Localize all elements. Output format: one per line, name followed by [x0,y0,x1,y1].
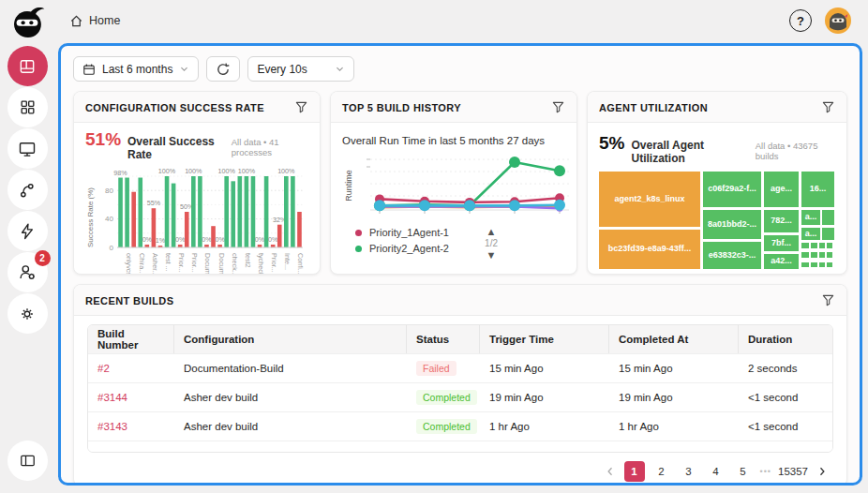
sidebar-item-user-management[interactable]: 2 [7,252,48,292]
table-row[interactable]: #3144 Asher dev build Completed 19 min A… [88,382,832,411]
treemap-tile[interactable]: a42... [764,254,799,269]
treemap-tile[interactable] [811,252,817,258]
pager-count: 1/2 [485,237,498,250]
agent-utilization-card: AGENT UTILIZATION 5% Overall Agent Utili… [587,91,847,275]
page-button[interactable]: 5 [733,461,754,482]
treemap-tile[interactable]: agent2_k8s_linux [599,172,700,227]
treemap-tile[interactable]: age... [764,172,799,207]
column-header[interactable]: Completed At [609,325,739,353]
user-avatar[interactable] [825,7,851,34]
svg-text:Prior...: Prior... [177,253,186,273]
question-mark-icon: ? [797,14,804,28]
svg-text:80: 80 [105,187,113,195]
refresh-interval-select[interactable]: Every 10s [247,56,354,82]
filter-funnel-icon[interactable] [294,100,308,114]
filter-funnel-icon[interactable] [551,100,565,114]
lightning-icon [18,222,37,241]
column-header[interactable]: Trigger Time [480,325,609,353]
treemap-tile[interactable]: 782... [764,210,799,232]
page-button[interactable]: 3 [679,461,699,482]
overall-agent-utilization-value: 5% [599,133,624,154]
sidebar-item-settings[interactable] [7,293,48,334]
column-header[interactable]: Status [407,325,480,353]
legend-item[interactable]: Priority_1Agent-1 [355,227,449,238]
svg-text:test ...: test ... [164,253,172,272]
sidebar-item-projects[interactable] [7,87,48,127]
dashboard-main-panel: Last 6 months Every 10s CONFIGURA [58,43,862,486]
column-header[interactable]: Configuration [174,325,407,353]
svg-text:Docum...: Docum... [203,253,212,275]
legend-label: Priority_1Agent-1 [369,227,449,238]
build-number-link[interactable]: #2 [97,363,110,374]
date-range-dropdown[interactable]: Last 6 months [73,56,199,82]
svg-text:40: 40 [105,215,113,223]
sidebar-item-agents[interactable] [7,128,48,169]
build-number-link[interactable]: #3144 [97,392,127,403]
top5-build-history-card: TOP 5 BUILD HISTORY Overall Run Time in … [330,91,577,275]
treemap-tile[interactable] [819,252,825,258]
treemap-tile[interactable] [801,252,809,258]
sidebar-collapse-button[interactable] [7,441,48,481]
breadcrumb[interactable]: Home [69,14,120,28]
topbar: Home ? [54,0,868,41]
treemap-tile[interactable] [822,228,834,240]
svg-text:0%: 0% [142,235,153,244]
chevron-down-icon [335,64,345,74]
build-history-line-chart[interactable]: Runtime [342,148,575,221]
treemap-tile[interactable] [822,210,834,225]
completed-at-cell: 15 min Ago [609,354,739,382]
sidebar: 2 [0,0,54,493]
trigger-time-cell: 15 min Ago [480,354,609,382]
page-next-icon[interactable] [815,466,830,477]
treemap-tile[interactable] [811,262,817,267]
treemap-tile[interactable] [827,252,832,258]
treemap-tile[interactable] [801,262,809,267]
table-header-row: Build Number Configuration Status Trigge… [88,325,832,353]
legend-item[interactable]: Priority2_Agent-2 [355,243,449,254]
page-prev-icon[interactable] [603,466,618,477]
treemap-tile[interactable]: 16... [801,172,834,207]
treemap-small-tiles [801,243,834,269]
column-header[interactable]: Duration [739,325,832,353]
help-button[interactable]: ? [789,9,812,32]
treemap-tile[interactable]: c06f29a2-f... [703,172,761,207]
treemap-tile[interactable]: bc23fd39-e8a9-43ff... [599,230,700,269]
treemap-tile[interactable]: e63832c3-... [703,242,761,269]
filter-funnel-icon[interactable] [821,100,835,114]
page-button[interactable]: 2 [651,461,672,482]
pager-down-icon[interactable]: ▼ [486,250,497,261]
success-rate-bar-chart[interactable]: Success Rate (%)0408098%0%55%1%100%0%50%… [85,161,308,275]
refresh-button[interactable] [206,56,240,82]
svg-text:100%: 100% [238,167,256,175]
treemap-tile[interactable] [827,262,832,267]
treemap-tile[interactable]: a... [801,210,820,225]
page-button[interactable]: 4 [706,461,726,482]
sidebar-item-triggers[interactable] [7,211,48,251]
svg-text:0%: 0% [175,235,186,244]
table-row[interactable]: #2 Documentation-Build Failed 15 min Ago… [88,353,832,382]
treemap-tile[interactable]: 7bf... [764,235,799,251]
treemap-tile[interactable] [801,243,809,248]
treemap-tile[interactable] [819,243,825,248]
legend-dot [355,246,362,252]
table-row[interactable]: #3143 Asher dev build Completed 1 hr Ago… [88,411,832,441]
legend-dot [355,230,362,236]
treemap-tile[interactable] [819,262,825,267]
sidebar-item-dashboard[interactable] [7,46,48,86]
filter-funnel-icon[interactable] [821,293,835,307]
treemap-tile[interactable] [811,243,817,248]
column-header[interactable]: Build Number [88,325,174,353]
collapse-panel-icon [19,452,37,470]
pager-up-icon[interactable]: ▲ [486,227,497,237]
page-button[interactable]: 1 [624,461,645,482]
svg-text:Docum...: Docum... [217,253,226,275]
treemap-tile[interactable]: a... [801,228,820,240]
treemap-tile[interactable] [827,243,832,248]
build-number-link[interactable]: #3143 [97,421,127,432]
table-footer-spacer [88,441,832,452]
page-button-last[interactable]: 15357 [778,461,808,482]
sidebar-item-pipelines[interactable] [7,170,48,210]
svg-text:55%: 55% [147,199,161,207]
completed-at-cell: 1 hr Ago [609,412,739,441]
treemap-tile[interactable]: 8a01bbd2-... [703,210,761,239]
